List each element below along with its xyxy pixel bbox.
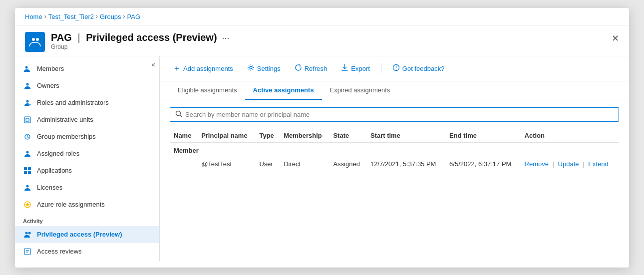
sidebar-item-licenses[interactable]: Licenses bbox=[15, 179, 159, 196]
members-icon bbox=[23, 64, 32, 73]
svg-point-3 bbox=[26, 83, 29, 85]
privileged-access-icon bbox=[23, 230, 32, 239]
breadcrumb-sep-2: › bbox=[96, 13, 98, 20]
col-type: Type bbox=[255, 129, 280, 143]
table-group-header: Member bbox=[170, 142, 619, 156]
tab-eligible[interactable]: Eligible assignments bbox=[170, 81, 245, 100]
more-button[interactable]: ··· bbox=[222, 33, 230, 43]
col-state: State bbox=[329, 129, 366, 143]
breadcrumb-home[interactable]: Home bbox=[25, 13, 42, 20]
assigned-roles-icon bbox=[23, 149, 32, 158]
extend-action[interactable]: Extend bbox=[588, 160, 608, 168]
sidebar-item-group-memberships-label: Group memberships bbox=[37, 133, 96, 140]
main-layout: « Members Owners Roles and administrator… bbox=[15, 56, 629, 261]
col-action: Action bbox=[521, 129, 619, 143]
sidebar-item-group-memberships[interactable]: Group memberships bbox=[15, 128, 159, 145]
search-icon bbox=[175, 110, 182, 119]
svg-point-5 bbox=[29, 104, 31, 106]
feedback-icon bbox=[392, 64, 400, 73]
close-button[interactable]: ✕ bbox=[612, 33, 619, 44]
add-assignments-button[interactable]: ＋ Add assignments bbox=[170, 61, 236, 76]
export-button[interactable]: Export bbox=[338, 62, 373, 75]
sidebar-item-licenses-label: Licenses bbox=[37, 184, 62, 191]
svg-point-17 bbox=[28, 232, 31, 234]
assignments-table: Name Principal name Type Membership Stat… bbox=[170, 129, 619, 172]
sidebar-item-admin-units-label: Administrative units bbox=[37, 116, 93, 123]
col-principal: Principal name bbox=[197, 129, 255, 143]
roles-icon bbox=[23, 98, 32, 107]
refresh-button[interactable]: Refresh bbox=[292, 62, 330, 75]
svg-rect-7 bbox=[26, 118, 29, 121]
svg-rect-10 bbox=[24, 167, 27, 170]
sidebar-item-owners[interactable]: Owners bbox=[15, 77, 159, 94]
svg-rect-11 bbox=[28, 167, 31, 170]
sidebar-collapse-button[interactable]: « bbox=[151, 60, 155, 68]
sidebar-item-assigned-roles[interactable]: Assigned roles bbox=[15, 145, 159, 162]
remove-action[interactable]: Remove bbox=[525, 160, 549, 168]
breadcrumb-pag[interactable]: PAG bbox=[127, 13, 141, 20]
sidebar-item-admin-units[interactable]: Administrative units bbox=[15, 111, 159, 128]
svg-rect-18 bbox=[24, 249, 30, 255]
svg-point-23 bbox=[176, 111, 181, 115]
svg-rect-13 bbox=[28, 171, 31, 174]
sidebar-item-roles-label: Roles and administrators bbox=[37, 99, 109, 106]
settings-button[interactable]: Settings bbox=[244, 62, 284, 75]
access-reviews-icon bbox=[23, 247, 32, 256]
svg-rect-12 bbox=[24, 171, 27, 174]
svg-rect-6 bbox=[24, 117, 30, 123]
col-membership: Membership bbox=[280, 129, 329, 143]
search-input[interactable] bbox=[185, 111, 614, 118]
add-icon: ＋ bbox=[173, 63, 181, 74]
row-type: User bbox=[255, 156, 280, 172]
sidebar-item-members-label: Members bbox=[37, 65, 64, 72]
sidebar-item-assigned-roles-label: Assigned roles bbox=[37, 150, 79, 157]
page-title: PAG | Privileged access (Preview) bbox=[51, 32, 217, 43]
sidebar-item-applications[interactable]: Applications bbox=[15, 162, 159, 179]
breadcrumb-sep-3: › bbox=[123, 13, 125, 20]
sidebar-item-azure-roles[interactable]: Azure role assignments bbox=[15, 196, 159, 213]
sidebar-item-owners-label: Owners bbox=[37, 82, 59, 89]
applications-icon bbox=[23, 166, 32, 175]
group-memberships-icon bbox=[23, 132, 32, 141]
sidebar-item-members[interactable]: Members bbox=[15, 60, 159, 77]
row-actions: Remove | Update | Extend bbox=[521, 156, 619, 172]
sidebar-item-access-reviews-label: Access reviews bbox=[37, 248, 82, 255]
sidebar-item-privileged-access-label: Privileged access (Preview) bbox=[37, 231, 122, 238]
sidebar-item-roles[interactable]: Roles and administrators bbox=[15, 94, 159, 111]
settings-icon bbox=[247, 64, 255, 73]
svg-point-14 bbox=[26, 185, 29, 187]
main-window: Home › Test_Test_Tier2 › Groups › PAG PA… bbox=[15, 8, 629, 268]
row-state: Assigned bbox=[329, 156, 366, 172]
update-action[interactable]: Update bbox=[558, 160, 579, 168]
tab-expired[interactable]: Expired assignments bbox=[322, 81, 398, 100]
svg-point-1 bbox=[36, 38, 39, 41]
owners-icon bbox=[23, 81, 32, 90]
search-bar[interactable] bbox=[170, 107, 619, 122]
tab-active[interactable]: Active assignments bbox=[245, 81, 322, 100]
tabs: Eligible assignments Active assignments … bbox=[160, 81, 629, 100]
svg-point-2 bbox=[25, 66, 28, 68]
admin-units-icon bbox=[23, 115, 32, 124]
row-end-time: 6/5/2022, 6:37:17 PM bbox=[445, 156, 520, 172]
svg-point-4 bbox=[26, 100, 29, 102]
breadcrumb-groups[interactable]: Groups bbox=[100, 13, 121, 20]
sidebar-item-privileged-access[interactable]: Privileged access (Preview) bbox=[15, 226, 159, 243]
content-area: ＋ Add assignments Settings Refresh bbox=[160, 56, 629, 261]
table-container: Name Principal name Type Membership Stat… bbox=[160, 129, 629, 172]
sidebar-section-activity: Activity bbox=[15, 213, 159, 226]
action-sep-1: | bbox=[553, 160, 556, 168]
svg-point-21 bbox=[250, 66, 252, 69]
row-membership: Direct bbox=[280, 156, 329, 172]
row-name bbox=[170, 156, 197, 172]
breadcrumb-sep-1: › bbox=[44, 13, 46, 20]
feedback-button[interactable]: Got feedback? bbox=[389, 62, 448, 75]
svg-point-9 bbox=[26, 151, 29, 153]
page-subtitle: Group bbox=[51, 43, 217, 50]
export-icon bbox=[341, 64, 348, 73]
table-row: @TestTest User Direct Assigned 12/7/2021… bbox=[170, 156, 619, 172]
title-text: PAG | Privileged access (Preview) Group bbox=[51, 32, 217, 50]
title-bar: PAG | Privileged access (Preview) Group … bbox=[15, 26, 629, 56]
sidebar-item-access-reviews[interactable]: Access reviews bbox=[15, 243, 159, 260]
toolbar-separator bbox=[381, 63, 381, 73]
breadcrumb-tier2[interactable]: Test_Test_Tier2 bbox=[48, 13, 94, 20]
